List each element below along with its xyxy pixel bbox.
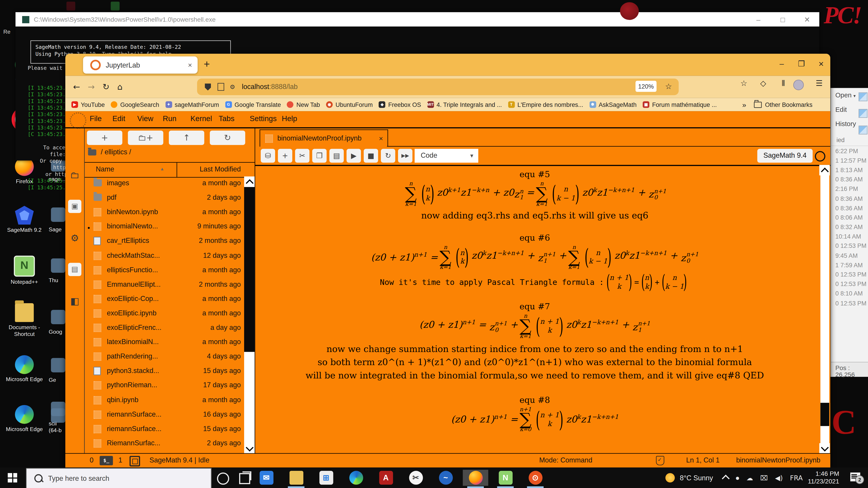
breadcrumb[interactable]: / elliptics / xyxy=(88,148,131,156)
running-sessions-icon[interactable]: ▣ xyxy=(68,200,81,213)
forward-button[interactable]: → xyxy=(88,82,95,92)
volume-icon[interactable]: ◀) xyxy=(775,474,783,482)
tab-close-icon[interactable]: × xyxy=(379,134,383,142)
table-row[interactable]: pathRendering...4 days ago xyxy=(85,350,244,364)
system-tray[interactable]: ⏺ ☁ ⌧ ◀) FRA xyxy=(716,467,803,488)
minimize-button[interactable]: – xyxy=(780,59,784,68)
kernel-count[interactable]: 1 xyxy=(119,456,122,464)
page-info-icon[interactable] xyxy=(217,83,224,91)
kernel-status-text[interactable]: SageMath 9.4 | Idle xyxy=(149,456,209,464)
table-row[interactable]: pdf2 days ago xyxy=(85,191,244,205)
new-launcher-button[interactable]: + xyxy=(87,131,122,145)
powershell-titlebar[interactable]: C:\Windows\System32\WindowsPowerShell\v1… xyxy=(16,12,819,27)
menu-settings[interactable]: Settings xyxy=(250,115,276,123)
taskbar-app-mail[interactable]: ✉ xyxy=(254,470,279,486)
pocket-icon[interactable]: ◇ xyxy=(760,78,766,88)
desktop-icon-microsoft-edge[interactable]: Microsoft Edge xyxy=(1,405,48,432)
desktop-icon-partial[interactable] xyxy=(51,408,65,423)
table-row[interactable]: python3.stackd...15 days ago xyxy=(85,364,244,379)
background-window[interactable]: Open ▾EditHistory ied 6:22 PM1 12:57 PM1… xyxy=(830,88,868,377)
run-all-button[interactable]: ▶▶ xyxy=(398,149,412,163)
file-browser-tab-icon[interactable]: 🗀 xyxy=(68,168,81,182)
browser-tab-jupyterlab[interactable]: JupyterLab × xyxy=(83,57,197,74)
table-row[interactable]: exoElliptic-Cop...a month ago xyxy=(85,292,244,306)
bookmark-item[interactable]: ✦sageMathForum xyxy=(165,101,219,108)
permissions-icon[interactable]: ⚙ xyxy=(230,84,235,91)
desktop-icon-label-partial[interactable]: Goog xyxy=(49,329,62,335)
table-row[interactable]: EmmanuelEllipt...2 months ago xyxy=(85,278,244,292)
desktop-icon-label-partial[interactable]: Sage xyxy=(49,226,62,232)
close-button[interactable]: × xyxy=(818,59,824,69)
kernel-status-icon[interactable] xyxy=(815,151,826,162)
table-row[interactable]: riemannSurface...15 days ago xyxy=(85,422,244,436)
tabs-icon[interactable]: ▤ xyxy=(68,263,81,276)
desktop-icon-notepad-[interactable]: NNotepad++ xyxy=(1,256,48,285)
notebook-tab[interactable]: binomialNewtonProof.ipynb × xyxy=(260,129,388,147)
column-last-modified[interactable]: Last Modified xyxy=(199,165,241,173)
maximize-button[interactable]: ❐ xyxy=(798,59,805,68)
desktop-icon-documents-shortcut[interactable]: Documents - Shortcut xyxy=(1,303,48,337)
table-row[interactable]: binNewton.ipynba month ago xyxy=(85,205,244,220)
notebook-scrollbar[interactable] xyxy=(820,165,829,454)
copy-cells-button[interactable]: ❐ xyxy=(312,149,327,163)
file-list-header[interactable]: Name ▲ Last Modified xyxy=(85,162,255,178)
bookmark-star-icon[interactable]: ☆ xyxy=(665,82,672,91)
paste-cells-button[interactable]: ▤ xyxy=(329,149,344,163)
mode-indicator[interactable]: Mode: Command xyxy=(539,456,592,464)
cell-type-dropdown[interactable]: Code▾ xyxy=(414,149,478,163)
taskbar-clock[interactable]: 1:46 PM 11/23/2021 xyxy=(808,470,839,485)
reload-button[interactable]: ↻ xyxy=(102,82,110,92)
kernel-name-button[interactable]: SageMath 9.4 xyxy=(757,149,813,163)
run-button[interactable]: ▶ xyxy=(346,149,361,163)
desktop-icon-label-partial[interactable]: Thu xyxy=(49,277,58,283)
maximize-button[interactable]: □ xyxy=(771,15,795,24)
camera-tray-icon[interactable]: ⏺ xyxy=(736,474,739,482)
menu-run[interactable]: Run xyxy=(163,115,177,123)
restart-kernel-button[interactable]: ↻ xyxy=(381,149,395,163)
stop-button[interactable]: ■ xyxy=(364,149,378,163)
terminal-icon[interactable]: $_ xyxy=(100,456,113,465)
desktop-icon-partial[interactable] xyxy=(51,207,65,222)
taskbar-search[interactable]: Type here to search xyxy=(26,468,211,488)
menu-file[interactable]: File xyxy=(90,115,102,123)
taskbar-app-thunderbird[interactable]: ~ xyxy=(433,470,458,486)
menu-view[interactable]: View xyxy=(137,115,153,123)
bookmark-item[interactable]: ▦Forum mathématique ... xyxy=(643,101,717,108)
bookmark-item[interactable]: New Tab xyxy=(287,101,320,108)
taskbar-app-explorer[interactable] xyxy=(283,470,309,486)
scrollbar-thumb[interactable] xyxy=(820,403,829,426)
refresh-button[interactable]: ↻ xyxy=(210,131,245,145)
tab-close-icon[interactable]: × xyxy=(188,61,192,69)
account-avatar-icon[interactable] xyxy=(793,80,804,90)
menu-kernel[interactable]: Kernel xyxy=(190,115,212,123)
bookmarks-overflow-icon[interactable]: » xyxy=(742,100,746,109)
file-list-scrollbar[interactable] xyxy=(244,176,255,454)
bookmark-item[interactable]: GGoogle Translate xyxy=(225,101,281,108)
desktop-icon-partial[interactable] xyxy=(51,258,65,273)
taskbar-app-firefox[interactable] xyxy=(463,470,488,486)
table-row[interactable]: •binomialNewto...9 minutes ago xyxy=(85,220,244,234)
upload-button[interactable]: ↑ xyxy=(169,131,204,145)
bookmark-item[interactable]: ◉UbuntuForum xyxy=(326,101,373,108)
table-row[interactable]: latexBinomialN...a month ago xyxy=(85,335,244,350)
back-button[interactable]: ← xyxy=(73,82,80,92)
notebook-content[interactable]: equ #5n∑k=1(nk)z0k+1z1−k+n + z0zn1 = n∑k… xyxy=(255,165,830,454)
bookmark-item[interactable]: ▶YouTube xyxy=(71,101,105,108)
network-icon[interactable]: ⌧ xyxy=(760,474,768,482)
desktop-icon-label-partial[interactable]: Ge xyxy=(49,377,56,383)
cortana-button[interactable] xyxy=(217,473,229,485)
menu-edit[interactable]: Edit xyxy=(112,115,125,123)
taskbar-app-notepadpp[interactable]: N xyxy=(493,470,518,486)
bookmark-item[interactable]: MIT4. Triple Integrals and ... xyxy=(427,101,502,108)
terminal-count[interactable]: 0 xyxy=(90,456,94,464)
taskbar-app-snip[interactable]: ✂ xyxy=(403,470,429,486)
desktop-shortcut-icon[interactable] xyxy=(111,2,120,10)
cut-cells-button[interactable]: ✂ xyxy=(295,149,309,163)
table-row[interactable]: pythonRieman...17 days ago xyxy=(85,379,244,393)
tracking-shield-icon[interactable] xyxy=(205,84,211,91)
desktop-shortcut-icon[interactable] xyxy=(66,2,75,10)
toolbar-icon[interactable] xyxy=(859,109,867,118)
menu-tabs[interactable]: Tabs xyxy=(219,115,235,123)
save-to-bookmarks-icon[interactable]: ☆ xyxy=(740,78,747,88)
url-text[interactable]: localhost:8888/lab xyxy=(242,83,298,91)
